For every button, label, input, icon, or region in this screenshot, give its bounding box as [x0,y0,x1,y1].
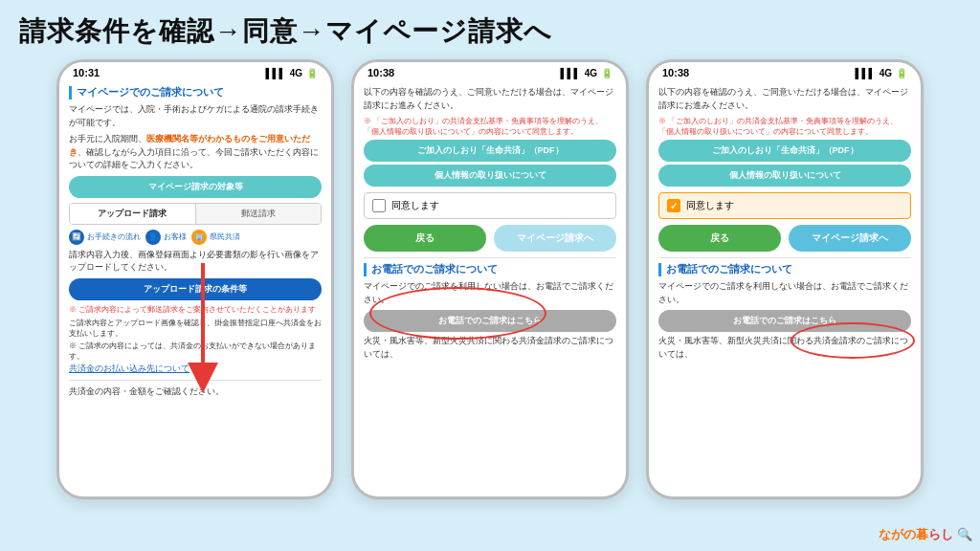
status-bar-1: 10:31 ▌▌▌ 4G 🔋 [59,62,331,80]
upload-conditions-btn[interactable]: アップロード請求の条件等 [69,278,322,300]
section2-title-3: お電話でのご請求について [658,263,911,276]
btn-row-2: 戻る マイページ請求へ [364,225,616,252]
nagano-logo: ながの暮らし 🔍 [879,526,972,543]
phone-1: 10:31 ▌▌▌ 4G 🔋 マイページでのご請求について マイページでは、入院… [56,59,334,499]
checkbox-box-2[interactable] [372,199,386,212]
logo-text: ながの暮 [879,527,928,541]
logo-icon: 🔍 [957,527,972,541]
checkbox-label-2: 同意します [391,199,439,212]
warning-3: ※ 「ご加入のしおり」の共済金支払基準・免責事項等を理解のうえ、「個人情報の取り… [658,116,911,137]
body2-2: マイページでのご請求を利用しない場合は、お電話でご請求ください。 [364,280,616,306]
status-bar-3: 10:38 ▌▌▌ 4G 🔋 [649,62,921,80]
body3-3: 火災・風水害等、新型火災共済に関わる共済金請求のご請求については、 [658,335,911,361]
time-3: 10:38 [662,67,689,78]
body-text-1d: 共済金の内容・金額をご確認ください。 [69,386,322,399]
warning-1: ※ ご請求内容によって郵送請求をご案内させていただくことがあります [69,304,322,315]
info-2: ※ ご請求の内容によっては、共済金のお支払いができない場合があります。 [69,341,322,362]
checkbox-agree-2[interactable]: 同意します [364,192,616,219]
status-bar-2: 10:38 ▌▌▌ 4G 🔋 [354,62,626,80]
phone-2: 10:38 ▌▌▌ 4G 🔋 以下の内容を確認のうえ、ご同意いただける場合は、マ… [351,59,629,499]
signal-1: ▌▌▌ 4G 🔋 [265,68,318,78]
tab-postal[interactable]: 郵送請求 [196,204,322,224]
body3-2: 火災・風水害等、新型火災共済に関わる共済金請求のご請求については、 [364,335,616,361]
step-1: 🔄 お手続きの流れ [69,230,141,245]
step-icon-flow: 🔄 [69,230,84,245]
btn-shiori-2[interactable]: ご加入のしおり「生命共済」（PDF） [364,140,616,162]
body-intro-3: 以下の内容を確認のうえ、ご同意いただける場合は、マイページ請求にお進みください。 [658,86,911,112]
checkbox-label-3: 同意します [686,199,734,212]
body-text-1a: マイページでは、入院・手術およびケガによる通院の請求手続きが可能です。 [69,103,322,129]
body2-3: マイページでのご請求を利用しない場合は、お電話でご請求ください。 [658,280,911,306]
step-3: 🏢 県民共済 [191,230,240,245]
body-text-1c: 請求内容入力後、画像登録画面より必要書類の影を行い画像をアップロードしてください… [69,249,322,275]
time-2: 10:38 [368,67,394,78]
btn-phone-3[interactable]: お電話でのご請求はこちら [658,310,911,332]
section-title-1: マイページでのご請求について [69,86,322,99]
body-intro-2: 以下の内容を確認のうえ、ご同意いただける場合は、マイページ請求にお進みください。 [364,86,616,112]
checkbox-agree-3[interactable]: ✓ 同意します [658,192,911,219]
link-1[interactable]: 共済金のお払い込み先について [69,364,322,375]
btn-kojin-2[interactable]: 個人情報の取り扱いについて [364,165,616,187]
step-bar: 🔄 お手続きの流れ 👤 お客様 🏢 県民共済 [69,230,322,245]
btn-back-2[interactable]: 戻る [364,225,486,252]
btn-mypage-3[interactable]: マイページ請求へ [789,225,911,252]
btn-back-3[interactable]: 戻る [658,225,781,252]
phone-3-content: 以下の内容を確認のうえ、ご同意いただける場合は、マイページ請求にお進みください。… [649,80,921,486]
tab-bar-1: アップロード請求 郵送請求 [69,203,322,225]
tab-upload[interactable]: アップロード請求 [70,204,196,224]
checkbox-box-3[interactable]: ✓ [667,199,680,212]
section2-title-2: お電話でのご請求について [364,263,616,276]
signal-2: ▌▌▌ 4G 🔋 [560,68,612,78]
time-1: 10:31 [73,67,100,78]
phone-2-content: 以下の内容を確認のうえ、ご同意いただける場合は、マイページ請求にお進みください。… [354,80,626,486]
step-icon-customer: 👤 [145,230,161,245]
step-icon-org: 🏢 [191,230,207,245]
btn-phone-2[interactable]: お電話でのご請求はこちら [364,310,616,332]
warning-2: ※ 「ご加入のしおり」の共済金支払基準・免責事項等を理解のうえ、「個人情報の取り… [364,116,616,137]
body-text-1b: お手元に入院期間、医療機関名等がわかるものをご用意いただき、確認しながら入力項目… [69,133,322,172]
phones-container: 10:31 ▌▌▌ 4G 🔋 マイページでのご請求について マイページでは、入院… [0,59,980,499]
btn-mypage-2[interactable]: マイページ請求へ [494,225,616,252]
info-1: ご請求内容とアップロード画像を確認し、掛金振替指定口座へ共済金をお支払いします。 [69,318,322,339]
btn-row-3: 戻る マイページ請求へ [658,225,911,252]
btn-kojin-3[interactable]: 個人情報の取り扱いについて [658,165,911,187]
step-2: 👤 お客様 [145,230,187,245]
phone-1-content: マイページでのご請求について マイページでは、入院・手術およびケガによる通院の請… [59,80,331,486]
btn-shiori-3[interactable]: ご加入のしおり「生命共済」（PDF） [658,140,911,162]
page-title: 請求条件を確認→同意→マイページ請求へ [0,0,980,59]
phone-3: 10:38 ▌▌▌ 4G 🔋 以下の内容を確認のうえ、ご同意いただける場合は、マ… [646,59,924,499]
btn-mypage-target[interactable]: マイページ請求の対象等 [69,176,322,198]
signal-3: ▌▌▌ 4G 🔋 [855,68,907,78]
